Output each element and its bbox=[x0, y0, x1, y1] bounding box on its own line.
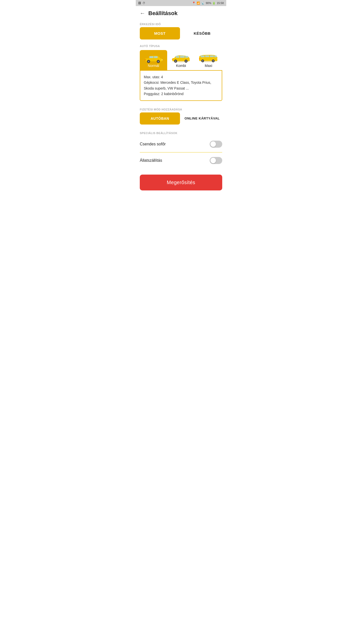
battery-icon: 🔋 bbox=[212, 2, 216, 5]
svg-rect-2 bbox=[149, 56, 153, 58]
arrival-most-button[interactable]: MOST bbox=[140, 27, 180, 39]
car-type-normal[interactable]: Normál bbox=[140, 50, 167, 70]
svg-point-5 bbox=[148, 61, 149, 62]
svg-rect-23 bbox=[201, 56, 205, 57]
car-info-cars: Gépkocsi: Mercedes E Class, Toyota Prius… bbox=[144, 80, 218, 91]
svg-rect-19 bbox=[189, 59, 190, 60]
allat-toggle[interactable] bbox=[210, 157, 222, 164]
special-settings-label: SPECIÁLIS BEÁLLÍTÁSOK bbox=[136, 129, 226, 136]
status-bar-right: 📍 📶 📡 90% 🔋 15:58 bbox=[192, 2, 224, 5]
svg-rect-8 bbox=[162, 59, 162, 60]
car-kombi-label: Kombi bbox=[176, 64, 186, 68]
wifi-icon: 📶 bbox=[197, 2, 200, 5]
special-row-csendes: Csendes sofőr bbox=[140, 136, 222, 152]
battery-label: 90% bbox=[206, 2, 211, 5]
special-settings-section: Csendes sofőr Állatszállítás bbox=[136, 136, 226, 169]
svg-rect-3 bbox=[154, 56, 158, 58]
svg-rect-12 bbox=[176, 56, 179, 58]
back-button[interactable]: ← bbox=[140, 11, 145, 16]
allat-label: Állatszállítás bbox=[140, 158, 162, 163]
car-info-luggage: Poggyász: 2 kabinbőrönd bbox=[144, 91, 218, 97]
payment-toggle-group: AUTÓBAN ONLINE KÁRTYÁVAL bbox=[140, 112, 222, 125]
svg-rect-31 bbox=[217, 58, 218, 59]
arrival-time-label: ÉRKEZÉSI IDŐ bbox=[136, 20, 226, 27]
page-title: Beállítások bbox=[148, 10, 177, 17]
car-kombi-icon bbox=[171, 53, 191, 64]
arrival-time-toggle-group: MOST KÉSŐBB bbox=[140, 27, 222, 39]
signal-icon: 📡 bbox=[201, 2, 205, 5]
svg-rect-25 bbox=[210, 55, 214, 57]
status-bar: 🖼 ⏱ 📍 📶 📡 90% 🔋 15:58 bbox=[136, 0, 226, 6]
car-type-maxi[interactable]: Maxi bbox=[195, 50, 222, 70]
svg-point-28 bbox=[202, 60, 203, 62]
confirm-button[interactable]: Megerősítés bbox=[140, 175, 222, 190]
car-normal-label: Normál bbox=[148, 64, 159, 68]
arrival-kesobb-button[interactable]: KÉSŐBB bbox=[182, 27, 222, 39]
special-row-allat: Állatszállítás bbox=[140, 152, 222, 169]
location-icon: 📍 bbox=[192, 2, 196, 5]
status-bar-left: 🖼 ⏱ bbox=[138, 2, 145, 5]
svg-rect-13 bbox=[180, 56, 185, 58]
car-maxi-label: Maxi bbox=[205, 64, 212, 68]
car-type-kombi[interactable]: Kombi bbox=[167, 50, 195, 70]
svg-point-18 bbox=[185, 60, 187, 62]
svg-point-16 bbox=[175, 60, 176, 62]
car-normal-icon bbox=[144, 53, 164, 64]
csendes-label: Csendes sofőr bbox=[140, 142, 166, 146]
header: ← Beállítások bbox=[136, 6, 226, 20]
payment-method-label: FIZETÉSI MÓD HOZZÁADÁSA bbox=[136, 105, 226, 112]
car-type-label: AUTÓ TÍPUSA bbox=[136, 42, 226, 49]
svg-rect-32 bbox=[199, 58, 200, 59]
car-info-passengers: Max. utas: 4 bbox=[144, 74, 218, 80]
car-maxi-icon bbox=[198, 53, 218, 64]
time-icon: ⏱ bbox=[143, 2, 145, 5]
svg-point-30 bbox=[212, 60, 214, 62]
clock-label: 15:58 bbox=[217, 2, 224, 5]
car-info-box: Max. utas: 4 Gépkocsi: Mercedes E Class,… bbox=[140, 70, 222, 101]
svg-rect-9 bbox=[145, 59, 146, 60]
svg-point-7 bbox=[157, 61, 159, 62]
svg-rect-14 bbox=[185, 56, 188, 58]
car-type-row: Normál Kombi bbox=[140, 50, 222, 70]
image-icon: 🖼 bbox=[138, 2, 141, 5]
svg-rect-26 bbox=[214, 56, 217, 57]
payment-online-button[interactable]: ONLINE KÁRTYÁVAL bbox=[182, 112, 222, 124]
svg-rect-20 bbox=[172, 59, 173, 60]
payment-autoban-button[interactable]: AUTÓBAN bbox=[140, 112, 180, 125]
svg-rect-24 bbox=[205, 55, 209, 57]
csendes-toggle[interactable] bbox=[210, 141, 222, 148]
